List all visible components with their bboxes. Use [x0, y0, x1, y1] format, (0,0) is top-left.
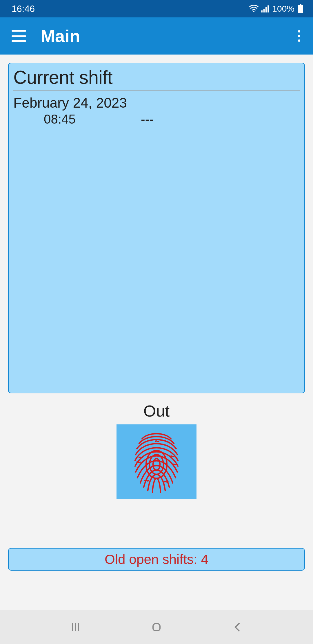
svg-rect-1 — [261, 10, 263, 12]
back-icon[interactable] — [232, 621, 243, 633]
svg-point-0 — [253, 11, 254, 12]
recent-apps-icon[interactable] — [70, 621, 81, 633]
old-shifts-label: Old open shifts: 4 — [105, 551, 208, 567]
hamburger-menu-icon[interactable] — [12, 30, 26, 42]
page-title: Main — [41, 26, 293, 46]
svg-rect-4 — [267, 5, 269, 12]
divider — [13, 90, 300, 91]
battery-icon — [298, 4, 303, 13]
home-icon[interactable] — [151, 621, 162, 633]
status-bar: 16:46 100% — [0, 0, 313, 17]
shift-start-time: 08:45 — [13, 112, 106, 126]
android-nav-bar — [0, 610, 313, 644]
shift-date: February 24, 2023 — [13, 95, 300, 111]
status-time: 16:46 — [12, 3, 35, 14]
svg-rect-5 — [300, 4, 301, 5]
wifi-icon — [249, 5, 259, 12]
svg-rect-13 — [153, 624, 160, 631]
svg-rect-2 — [263, 9, 265, 12]
app-bar: Main — [0, 17, 313, 55]
current-shift-card[interactable]: Current shift February 24, 2023 08:45 --… — [8, 63, 305, 393]
svg-rect-3 — [265, 7, 267, 12]
fingerprint-icon — [128, 428, 185, 495]
svg-rect-6 — [298, 5, 303, 13]
content-area: Current shift February 24, 2023 08:45 --… — [0, 55, 313, 610]
card-title: Current shift — [13, 67, 300, 88]
svg-point-8 — [150, 455, 163, 474]
signal-icon — [261, 5, 270, 12]
status-icons: 100% — [249, 4, 303, 14]
shift-times-row: 08:45 --- — [13, 112, 300, 126]
action-label: Out — [8, 401, 305, 420]
fingerprint-button[interactable] — [117, 424, 196, 499]
battery-percent: 100% — [272, 4, 294, 14]
shift-end-time: --- — [141, 112, 154, 126]
more-options-icon[interactable] — [293, 27, 305, 45]
old-open-shifts-button[interactable]: Old open shifts: 4 — [8, 548, 305, 571]
